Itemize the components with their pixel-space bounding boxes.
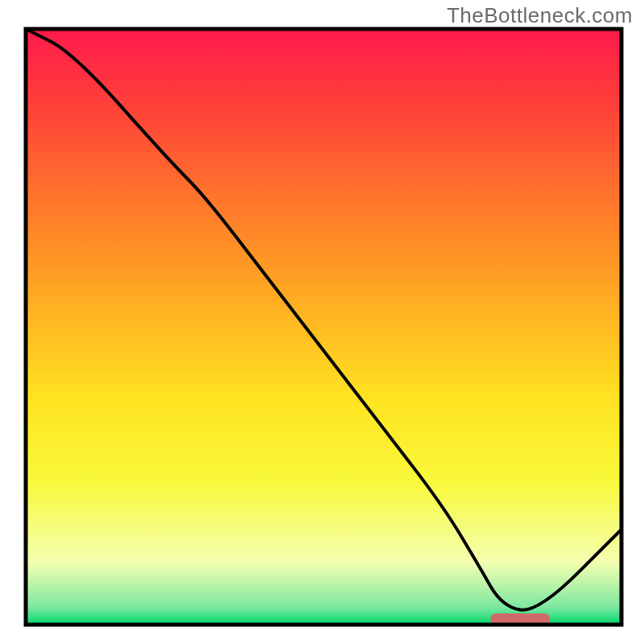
watermark-label: TheBottleneck.com xyxy=(447,3,633,28)
bottleneck-chart xyxy=(0,0,644,644)
chart-container: TheBottleneck.com xyxy=(0,0,644,644)
gradient-background xyxy=(26,29,621,625)
